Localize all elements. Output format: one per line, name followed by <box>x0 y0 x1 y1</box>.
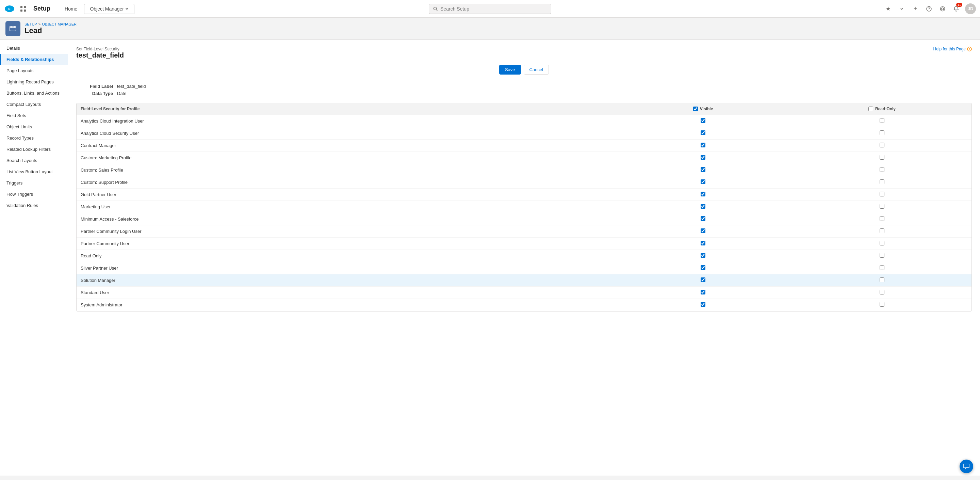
chat-button[interactable] <box>959 459 973 473</box>
sidebar-item-lightning-record-pages[interactable]: Lightning Record Pages <box>0 76 68 88</box>
profile-cell: Analytics Cloud Integration User <box>76 115 614 127</box>
cancel-button[interactable]: Cancel <box>524 65 549 75</box>
toolbar: Save Cancel <box>76 65 972 78</box>
readonly-checkbox[interactable] <box>880 143 885 147</box>
sidebar-item-validation-rules[interactable]: Validation Rules <box>0 200 68 211</box>
visible-cell <box>614 127 792 140</box>
readonly-checkbox[interactable] <box>880 241 885 246</box>
top-nav-right: ★ + ? 11 JD <box>883 3 976 14</box>
profile-cell: Gold Partner User <box>76 188 614 201</box>
sidebar-item-fields-relationships[interactable]: Fields & Relationships <box>0 54 68 65</box>
search-bar <box>429 4 551 14</box>
sidebar-item-compact-layouts[interactable]: Compact Layouts <box>0 99 68 110</box>
profile-cell: Contract Manager <box>76 140 614 152</box>
visible-checkbox[interactable] <box>701 290 705 295</box>
svg-rect-4 <box>21 10 22 11</box>
sidebar-item-details[interactable]: Details <box>0 43 68 54</box>
readonly-checkbox[interactable] <box>880 290 885 295</box>
table-row: Silver Partner User <box>76 262 972 274</box>
profile-cell: Minimum Access - Salesforce <box>76 213 614 225</box>
breadcrumb-setup[interactable]: SETUP <box>24 22 37 26</box>
home-tab[interactable]: Home <box>59 4 83 14</box>
visible-checkbox[interactable] <box>701 143 705 147</box>
visible-checkbox[interactable] <box>701 253 705 258</box>
visible-checkbox[interactable] <box>701 118 705 123</box>
visible-checkbox[interactable] <box>701 216 705 221</box>
sidebar-item-list-view-button-layout[interactable]: List View Button Layout <box>0 166 68 177</box>
sidebar-item-object-limits[interactable]: Object Limits <box>0 121 68 132</box>
readonly-checkbox[interactable] <box>880 192 885 196</box>
readonly-checkbox[interactable] <box>880 155 885 159</box>
add-icon[interactable]: + <box>911 4 920 14</box>
sidebar-item-page-layouts[interactable]: Page Layouts <box>0 65 68 76</box>
sidebar-item-related-lookup-filters[interactable]: Related Lookup Filters <box>0 144 68 155</box>
main-layout: Details Fields & Relationships Page Layo… <box>0 40 980 475</box>
visible-checkbox[interactable] <box>701 265 705 270</box>
sidebar-item-buttons-links-actions[interactable]: Buttons, Links, and Actions <box>0 88 68 99</box>
salesforce-logo[interactable]: SF <box>4 3 15 14</box>
sidebar-item-field-sets[interactable]: Field Sets <box>0 110 68 121</box>
visible-checkbox[interactable] <box>701 277 705 282</box>
visible-checkbox[interactable] <box>701 179 705 184</box>
sidebar-item-flow-triggers[interactable]: Flow Triggers <box>0 188 68 200</box>
svg-point-10 <box>942 8 943 10</box>
user-avatar[interactable]: JD <box>965 3 976 14</box>
svg-rect-12 <box>10 26 16 31</box>
profile-cell: Silver Partner User <box>76 262 614 274</box>
object-manager-tab[interactable]: Object Manager <box>84 4 134 14</box>
settings-icon[interactable] <box>938 4 947 14</box>
help-link[interactable]: Help for this Page ? <box>933 47 972 51</box>
readonly-checkbox[interactable] <box>880 167 885 172</box>
profile-cell: Partner Community Login User <box>76 225 614 238</box>
visible-checkbox[interactable] <box>701 131 705 135</box>
favorites-dropdown-icon[interactable] <box>897 4 907 14</box>
readonly-checkbox[interactable] <box>880 228 885 233</box>
visible-checkbox[interactable] <box>701 192 705 196</box>
th-profile: Field-Level Security for Profile <box>76 103 614 115</box>
readonly-checkbox[interactable] <box>880 204 885 209</box>
readonly-checkbox[interactable] <box>880 118 885 123</box>
search-input[interactable] <box>440 6 547 11</box>
visible-checkbox[interactable] <box>701 167 705 172</box>
visible-checkbox[interactable] <box>701 302 705 307</box>
visible-header-checkbox[interactable] <box>693 107 698 111</box>
readonly-checkbox[interactable] <box>880 302 885 307</box>
visible-checkbox[interactable] <box>701 204 705 209</box>
readonly-checkbox[interactable] <box>880 253 885 258</box>
help-icon[interactable]: ? <box>924 4 934 14</box>
visible-cell <box>614 262 792 274</box>
visible-cell <box>614 238 792 250</box>
help-circle-icon: ? <box>967 47 972 51</box>
breadcrumb-separator: > <box>38 22 40 26</box>
readonly-checkbox[interactable] <box>880 131 885 135</box>
sidebar-item-record-types[interactable]: Record Types <box>0 132 68 144</box>
top-nav-left: SF Setup Home Object Manager <box>4 3 134 14</box>
profile-cell: Custom: Marketing Profile <box>76 152 614 164</box>
visible-checkbox[interactable] <box>701 155 705 159</box>
th-readonly: Read-Only <box>792 103 972 115</box>
notification-count: 11 <box>956 3 962 7</box>
save-button[interactable]: Save <box>499 65 521 75</box>
search-icon <box>433 6 438 11</box>
apps-icon[interactable] <box>18 4 28 14</box>
readonly-header-checkbox[interactable] <box>869 107 873 111</box>
svg-point-11 <box>940 6 945 11</box>
visible-cell <box>614 225 792 238</box>
readonly-checkbox[interactable] <box>880 179 885 184</box>
readonly-cell <box>792 225 972 238</box>
visible-checkbox[interactable] <box>701 228 705 233</box>
favorites-icon[interactable]: ★ <box>883 4 893 14</box>
notifications-icon[interactable]: 11 <box>951 4 961 14</box>
profile-cell: Partner Community User <box>76 238 614 250</box>
readonly-checkbox[interactable] <box>880 277 885 282</box>
visible-cell <box>614 152 792 164</box>
table-row: Custom: Sales Profile <box>76 164 972 176</box>
sidebar-item-triggers[interactable]: Triggers <box>0 177 68 188</box>
readonly-checkbox[interactable] <box>880 265 885 270</box>
svg-rect-2 <box>21 6 22 8</box>
breadcrumb-object-manager[interactable]: OBJECT MANAGER <box>42 22 76 26</box>
sidebar-item-search-layouts[interactable]: Search Layouts <box>0 155 68 166</box>
readonly-checkbox[interactable] <box>880 216 885 221</box>
profile-cell: Marketing User <box>76 201 614 213</box>
visible-checkbox[interactable] <box>701 241 705 246</box>
